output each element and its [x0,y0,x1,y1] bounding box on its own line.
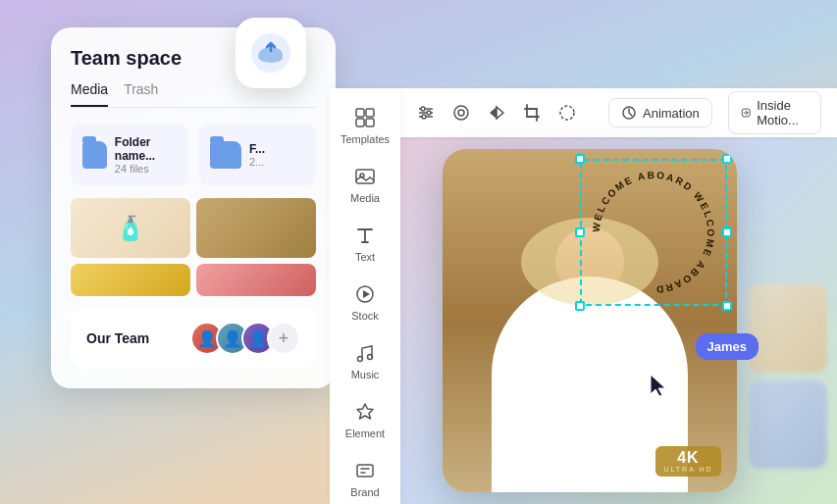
canvas-area: Animation Inside Motio... [400,88,837,504]
folder-info-2: F... 2... [249,142,265,168]
side-toolbar: Templates Media Text Stock [330,88,400,504]
svg-point-12 [358,357,363,362]
upload-icon[interactable] [235,18,306,88]
sidebar-item-element[interactable]: Element [330,390,400,449]
media-thumbnails [71,198,316,296]
media-icon [353,165,377,188]
text-label: Text [355,251,375,263]
brand-icon [353,459,377,482]
animation-button[interactable]: Animation [608,98,712,127]
element-label: Element [345,428,385,439]
svg-point-20 [422,115,426,119]
sidebar-item-stock[interactable]: Stock [330,273,400,331]
adjust-icon[interactable] [416,99,436,126]
canvas-toolbar: Animation Inside Motio... [400,88,837,137]
music-label: Music [351,369,380,380]
right-card-2 [749,380,827,469]
brand-label: Brand [350,486,379,498]
media-thumb-2[interactable] [196,198,316,258]
templates-label: Templates [340,133,390,145]
stock-icon [353,282,377,306]
sidebar-item-text[interactable]: Text [330,214,400,273]
folder-name-1: Folder name... [115,135,177,163]
photo-card[interactable]: 4K ULTRA HD [443,149,737,492]
our-team-label: Our Team [86,330,149,346]
music-icon [353,341,377,365]
badge-4k: 4K ULTRA HD [655,446,720,477]
sidebar-item-media[interactable]: Media [330,155,400,214]
inside-motion-button[interactable]: Inside Motio... [728,91,821,134]
team-avatars: 👤 👤 👤 + [190,322,300,355]
text-icon [353,224,377,247]
tab-media[interactable]: Media [71,81,108,107]
media-label: Media [350,192,380,204]
folder-card-1[interactable]: Folder name... 24 files [71,124,188,186]
inside-motion-label: Inside Motio... [757,98,809,127]
sidebar-item-templates[interactable]: Templates [330,96,400,155]
svg-rect-7 [366,119,374,126]
svg-rect-5 [366,109,374,117]
svg-point-22 [458,110,464,116]
element-icon [353,400,377,424]
james-label: James [696,333,759,360]
animation-label: Animation [643,106,700,121]
effects-icon[interactable] [557,99,577,126]
media-thumb-1[interactable] [71,198,190,258]
svg-point-18 [421,107,425,111]
curved-text-container[interactable]: WELCOME ABOARD WELCOME ABOARD [580,159,727,306]
folder-card-2[interactable]: F... 2... [198,124,316,186]
folder-info-1: Folder name... 24 files [115,135,177,175]
cursor [647,373,670,404]
badge-4k-text: 4K [677,450,699,466]
svg-point-2 [258,50,272,62]
folder-grid: Folder name... 24 files F... 2... [71,124,316,186]
svg-point-19 [427,111,431,115]
flip-icon[interactable] [487,99,506,126]
folder-count-2: 2... [249,156,265,168]
folder-icon-1 [82,141,107,169]
svg-rect-8 [356,170,374,183]
svg-rect-4 [356,109,364,117]
svg-rect-6 [356,119,364,126]
media-thumb-3[interactable] [71,264,190,296]
templates-icon [353,106,377,129]
stock-label: Stock [351,310,379,322]
folder-count-1: 24 files [115,163,177,175]
folder-name-2: F... [249,142,265,156]
folder-icon-2 [210,141,241,169]
svg-point-13 [368,355,373,360]
svg-rect-14 [357,465,373,477]
canvas-content: 4K ULTRA HD [400,137,837,504]
svg-point-23 [560,106,574,120]
svg-marker-11 [363,290,370,298]
our-team-section: Our Team 👤 👤 👤 + [71,308,316,369]
right-card-1 [749,284,827,373]
svg-point-21 [454,106,468,120]
right-cards [749,284,827,469]
sidebar-item-music[interactable]: Music [330,331,400,390]
mask-icon[interactable] [451,99,471,126]
crop-icon[interactable] [522,99,542,126]
media-thumb-4[interactable] [196,264,316,296]
badge-4k-subtext: ULTRA HD [663,466,712,473]
add-member-button[interactable]: + [267,322,300,355]
sidebar-item-brand[interactable]: Brand [330,449,400,504]
tab-trash[interactable]: Trash [124,81,158,107]
svg-point-3 [271,52,283,62]
